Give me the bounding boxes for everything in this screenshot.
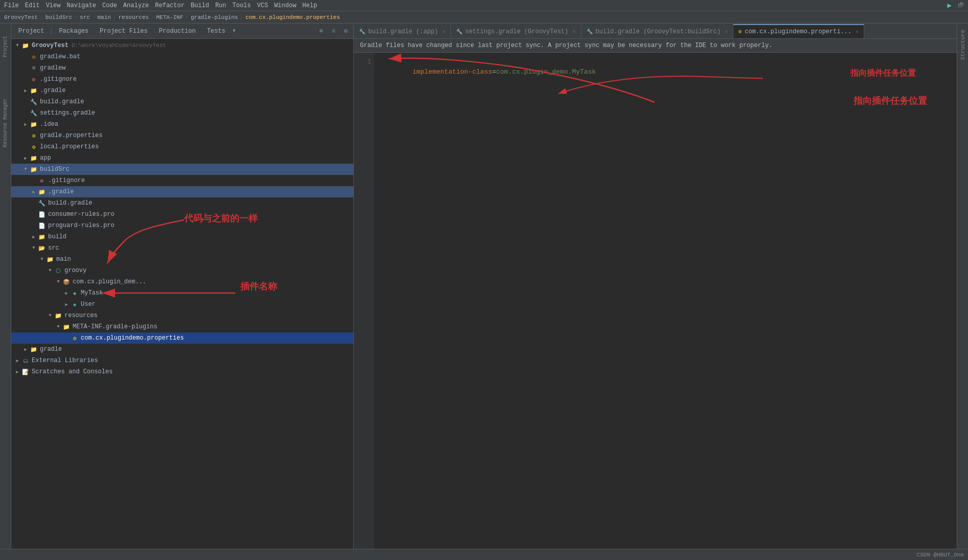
tree-groovy[interactable]: ▼ ⬡ groovy: [11, 265, 353, 276]
tree-consumer-rules[interactable]: 📄 consumer-rules.pro: [11, 209, 353, 220]
code-area[interactable]: implementation-class=com.cx.plugin_demo.…: [374, 53, 957, 549]
menu-edit[interactable]: Edit: [25, 2, 40, 9]
menu-code[interactable]: Code: [102, 2, 117, 9]
menu-navigate[interactable]: Navigate: [66, 2, 96, 9]
scratches-label: Scratches and Consoles: [32, 368, 112, 375]
breadcrumb-src[interactable]: src: [80, 14, 90, 20]
tab-tests[interactable]: Tests: [203, 27, 230, 36]
tree-gradle-bottom[interactable]: ▶ 📁 gradle: [11, 344, 353, 355]
tree-src-bs[interactable]: ▼ 📂 src: [11, 242, 353, 254]
structure-side-label[interactable]: Structure: [958, 26, 968, 64]
tab-project[interactable]: Project: [14, 27, 48, 36]
menu-tools[interactable]: Tools: [233, 2, 251, 9]
local-props-icon: ⚙: [30, 143, 38, 151]
settings-icon[interactable]: ⚙: [341, 27, 350, 36]
tree-gitignore-root[interactable]: ⊘ .gitignore: [11, 74, 353, 85]
tree-mytask[interactable]: ▶ ◈ MyTask: [11, 287, 353, 299]
tree-build-bs[interactable]: ▶ 📁 build: [11, 231, 353, 242]
main-bs-icon: 📁: [46, 255, 54, 263]
tree-root[interactable]: ▼ 📁 GroovyTest D:\Work\VoyahCode\GroovyT…: [11, 40, 353, 51]
local-props-label: local.properties: [40, 143, 99, 150]
tree-app[interactable]: ▶ 📁 app: [11, 152, 353, 164]
tree-com-cx[interactable]: ▼ 📦 com.cx.plugin_dem...: [11, 276, 353, 287]
com-cx-icon: 📦: [62, 278, 71, 286]
tree-gitignore-bs[interactable]: ⊘ .gitignore: [11, 175, 353, 186]
tab-properties-active[interactable]: ⚙ com.cx.plugindemo.properti... ✕: [733, 24, 864, 38]
breadcrumb-main[interactable]: main: [97, 14, 110, 20]
tree-scratches[interactable]: ▶ 📝 Scratches and Consoles: [11, 366, 353, 377]
gitignore-bs-label: .gitignore: [48, 177, 85, 184]
tab-project-files[interactable]: Project Files: [96, 27, 152, 36]
tree-properties-file[interactable]: ⚙ com.cx.plugindemo.properties: [11, 332, 353, 344]
align-icon[interactable]: ≡: [329, 27, 338, 36]
tab-build-app[interactable]: 🔧 build.gradle (:app) ✕: [354, 24, 451, 38]
properties-file-icon: ⚙: [71, 334, 79, 342]
breadcrumb-groovytest[interactable]: GroovyTest: [4, 14, 38, 20]
warning-text: Gradle files have changed since last pro…: [360, 42, 773, 49]
settings-gradle-icon: 🔧: [30, 109, 38, 117]
tree-build-gradle-root[interactable]: 🔧 build.gradle: [11, 96, 353, 107]
far-left-panel: Project Resource Manager: [0, 24, 11, 549]
tab-settings-groovy-close[interactable]: ✕: [573, 29, 576, 35]
menu-run[interactable]: Run: [215, 2, 227, 9]
menu-view[interactable]: View: [46, 2, 61, 9]
tree-gradlew-bat[interactable]: ⚙ gradlew.bat: [11, 51, 353, 62]
tree-user[interactable]: ▶ ◈ User: [11, 299, 353, 310]
tree-proguard-rules[interactable]: 📄 proguard-rules.pro: [11, 220, 353, 231]
menu-window[interactable]: Window: [274, 2, 296, 9]
gitignore-icon: ⊘: [30, 75, 38, 83]
settings-gradle-label: settings.gradle: [40, 109, 95, 117]
tree-buildsrc[interactable]: ▼ 📁 buildSrc: [11, 164, 353, 175]
project-side-label[interactable]: Project: [3, 36, 8, 57]
breadcrumb-properties[interactable]: com.cx.plugindemo.properties: [245, 14, 340, 20]
menu-help[interactable]: Help: [302, 2, 317, 9]
resource-manager-side-label[interactable]: Resource Manager: [3, 98, 8, 147]
tree-settings-gradle[interactable]: 🔧 settings.gradle: [11, 107, 353, 119]
menu-file[interactable]: File: [4, 2, 19, 9]
menu-refactor[interactable]: Refactor: [155, 2, 185, 9]
main-layout: Project Resource Manager Project Package…: [0, 24, 968, 549]
tree-local-props[interactable]: ⚙ local.properties: [11, 141, 353, 152]
tab-build-app-close[interactable]: ✕: [442, 29, 445, 35]
code-value: com.cx.plugin_demo.MyTask: [496, 68, 596, 76]
tab-build-buildsrc-close[interactable]: ✕: [725, 29, 728, 35]
tree-external-libs[interactable]: ▶ 🗂 External Libraries: [11, 355, 353, 366]
tree-idea[interactable]: ▶ 📁 .idea: [11, 119, 353, 130]
window-minimize-icon[interactable]: 🗗: [958, 2, 964, 9]
editor-tabs: 🔧 build.gradle (:app) ✕ 🔧 settings.gradl…: [354, 24, 957, 39]
ext-libs-icon: 🗂: [21, 356, 30, 365]
menu-vcs[interactable]: VCS: [257, 2, 268, 9]
code-keyword: implementation-class: [412, 68, 492, 76]
properties-file-label: com.cx.plugindemo.properties: [81, 334, 184, 342]
menu-analyze[interactable]: Analyze: [123, 2, 149, 9]
user-icon: ◈: [71, 300, 79, 308]
scratches-icon: 📝: [21, 368, 30, 376]
breadcrumb-gradle-plugins[interactable]: gradle-plugins: [191, 14, 238, 20]
tab-properties-close[interactable]: ✕: [856, 29, 859, 35]
tree-resources-bs[interactable]: ▼ 📁 resources: [11, 310, 353, 321]
tree-gradlew[interactable]: ≡ gradlew: [11, 62, 353, 74]
dropdown-arrow[interactable]: ▼: [233, 28, 236, 34]
right-side-panel: Structure: [957, 24, 968, 549]
tab-build-buildsrc[interactable]: 🔧 build.gradle (GroovyTest:buildSrc) ✕: [581, 24, 734, 38]
status-text: CSDN @HBUT_One: [917, 552, 964, 558]
groovy-icon: ⬡: [54, 266, 62, 275]
tab-production[interactable]: Production: [155, 27, 200, 36]
tree-gradle-root[interactable]: ▶ 📁 .gradle: [11, 85, 353, 96]
breadcrumb-resources[interactable]: resources: [118, 14, 148, 20]
tree-gradle-props[interactable]: ⚙ gradle.properties: [11, 130, 353, 141]
breadcrumb-buildsrc[interactable]: buildSrc: [46, 14, 73, 20]
tab-packages[interactable]: Packages: [55, 27, 93, 36]
globe-icon[interactable]: ⊕: [317, 27, 326, 36]
editor-area: 🔧 build.gradle (:app) ✕ 🔧 settings.gradl…: [354, 24, 957, 549]
resources-bs-icon: 📁: [54, 311, 62, 320]
tree-gradle-bs[interactable]: ▶ 📁 .gradle: [11, 186, 353, 197]
warning-bar: Gradle files have changed since last pro…: [354, 39, 957, 53]
tree-main-bs[interactable]: ▼ 📁 main: [11, 254, 353, 265]
tab-settings-groovy[interactable]: 🔧 settings.gradle (GroovyTest) ✕: [451, 24, 581, 38]
tree-build-gradle-bs[interactable]: 🔧 build.gradle: [11, 197, 353, 209]
run-icon[interactable]: ▶: [948, 1, 952, 10]
menu-build[interactable]: Build: [191, 2, 209, 9]
breadcrumb-meta-inf[interactable]: META-INF: [156, 14, 184, 20]
tree-meta-inf[interactable]: ▼ 📁 META-INF.gradle-plugins: [11, 321, 353, 332]
